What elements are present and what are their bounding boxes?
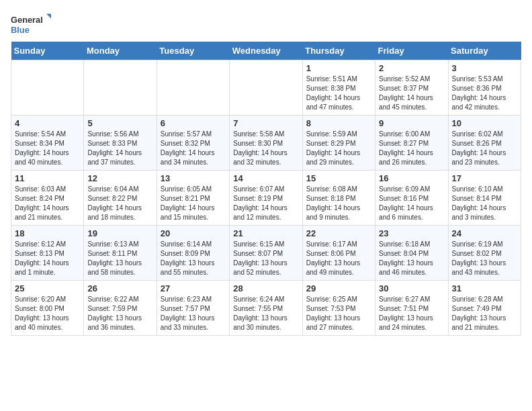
day-number: 23	[379, 228, 444, 238]
day-info: Sunrise: 6:04 AM Sunset: 8:22 PM Dayligh…	[87, 185, 152, 222]
calendar-cell: 3Sunrise: 5:53 AM Sunset: 8:36 PM Daylig…	[448, 60, 521, 116]
day-info: Sunrise: 5:52 AM Sunset: 8:37 PM Dayligh…	[379, 75, 444, 112]
day-info: Sunrise: 6:10 AM Sunset: 8:14 PM Dayligh…	[452, 185, 517, 222]
svg-marker-2	[46, 14, 51, 20]
day-info: Sunrise: 6:00 AM Sunset: 8:27 PM Dayligh…	[379, 130, 444, 167]
calendar-week-1: 1Sunrise: 5:51 AM Sunset: 8:38 PM Daylig…	[11, 60, 521, 116]
calendar-cell	[157, 60, 229, 116]
page-header: General Blue	[11, 11, 521, 38]
day-number: 5	[87, 118, 152, 128]
day-info: Sunrise: 5:56 AM Sunset: 8:33 PM Dayligh…	[87, 130, 152, 167]
svg-text:General: General	[11, 15, 43, 25]
day-info: Sunrise: 5:54 AM Sunset: 8:34 PM Dayligh…	[15, 130, 80, 167]
calendar-cell: 29Sunrise: 6:25 AM Sunset: 7:53 PM Dayli…	[302, 281, 375, 336]
day-info: Sunrise: 6:12 AM Sunset: 8:13 PM Dayligh…	[15, 240, 80, 277]
calendar-table: SundayMondayTuesdayWednesdayThursdayFrid…	[11, 42, 521, 336]
calendar-cell: 17Sunrise: 6:10 AM Sunset: 8:14 PM Dayli…	[448, 171, 521, 226]
calendar-week-3: 11Sunrise: 6:03 AM Sunset: 8:24 PM Dayli…	[11, 171, 521, 226]
calendar-cell: 16Sunrise: 6:09 AM Sunset: 8:16 PM Dayli…	[375, 171, 448, 226]
day-number: 28	[233, 283, 298, 293]
svg-text:Blue: Blue	[11, 25, 30, 35]
calendar-header-row: SundayMondayTuesdayWednesdayThursdayFrid…	[11, 42, 521, 60]
day-info: Sunrise: 6:24 AM Sunset: 7:55 PM Dayligh…	[233, 295, 298, 332]
calendar-cell: 12Sunrise: 6:04 AM Sunset: 8:22 PM Dayli…	[84, 171, 157, 226]
day-info: Sunrise: 6:17 AM Sunset: 8:06 PM Dayligh…	[306, 240, 371, 277]
day-number: 19	[87, 228, 152, 238]
calendar-body: 1Sunrise: 5:51 AM Sunset: 8:38 PM Daylig…	[11, 60, 521, 336]
day-info: Sunrise: 6:25 AM Sunset: 7:53 PM Dayligh…	[306, 295, 371, 332]
calendar-cell: 31Sunrise: 6:28 AM Sunset: 7:49 PM Dayli…	[448, 281, 521, 336]
day-header-monday: Monday	[84, 42, 157, 60]
day-info: Sunrise: 6:20 AM Sunset: 8:00 PM Dayligh…	[15, 295, 80, 332]
day-number: 20	[161, 228, 226, 238]
day-info: Sunrise: 6:14 AM Sunset: 8:09 PM Dayligh…	[161, 240, 226, 277]
calendar-cell: 2Sunrise: 5:52 AM Sunset: 8:37 PM Daylig…	[375, 60, 448, 116]
day-info: Sunrise: 6:09 AM Sunset: 8:16 PM Dayligh…	[379, 185, 444, 222]
logo-svg: General Blue	[11, 11, 51, 38]
day-number: 13	[161, 173, 226, 183]
calendar-cell: 11Sunrise: 6:03 AM Sunset: 8:24 PM Dayli…	[11, 171, 84, 226]
calendar-cell: 9Sunrise: 6:00 AM Sunset: 8:27 PM Daylig…	[375, 116, 448, 171]
day-number: 4	[15, 118, 80, 128]
calendar-cell	[84, 60, 157, 116]
day-info: Sunrise: 6:15 AM Sunset: 8:07 PM Dayligh…	[233, 240, 298, 277]
calendar-week-5: 25Sunrise: 6:20 AM Sunset: 8:00 PM Dayli…	[11, 281, 521, 336]
calendar-cell: 28Sunrise: 6:24 AM Sunset: 7:55 PM Dayli…	[230, 281, 302, 336]
calendar-cell: 19Sunrise: 6:13 AM Sunset: 8:11 PM Dayli…	[84, 226, 157, 281]
day-number: 2	[379, 63, 444, 73]
calendar-week-4: 18Sunrise: 6:12 AM Sunset: 8:13 PM Dayli…	[11, 226, 521, 281]
calendar-cell: 1Sunrise: 5:51 AM Sunset: 8:38 PM Daylig…	[302, 60, 375, 116]
day-info: Sunrise: 6:28 AM Sunset: 7:49 PM Dayligh…	[452, 295, 517, 332]
day-number: 26	[87, 283, 152, 293]
day-number: 29	[306, 283, 371, 293]
calendar-cell: 20Sunrise: 6:14 AM Sunset: 8:09 PM Dayli…	[157, 226, 229, 281]
day-info: Sunrise: 6:03 AM Sunset: 8:24 PM Dayligh…	[15, 185, 80, 222]
day-number: 22	[306, 228, 371, 238]
day-header-wednesday: Wednesday	[230, 42, 302, 60]
day-info: Sunrise: 5:51 AM Sunset: 8:38 PM Dayligh…	[306, 75, 371, 112]
calendar-cell: 13Sunrise: 6:05 AM Sunset: 8:21 PM Dayli…	[157, 171, 229, 226]
calendar-cell: 15Sunrise: 6:08 AM Sunset: 8:18 PM Dayli…	[302, 171, 375, 226]
day-number: 17	[452, 173, 517, 183]
day-number: 12	[87, 173, 152, 183]
calendar-cell: 22Sunrise: 6:17 AM Sunset: 8:06 PM Dayli…	[302, 226, 375, 281]
day-info: Sunrise: 6:23 AM Sunset: 7:57 PM Dayligh…	[161, 295, 226, 332]
calendar-cell	[11, 60, 84, 116]
day-header-sunday: Sunday	[11, 42, 84, 60]
day-info: Sunrise: 6:08 AM Sunset: 8:18 PM Dayligh…	[306, 185, 371, 222]
calendar-cell: 30Sunrise: 6:27 AM Sunset: 7:51 PM Dayli…	[375, 281, 448, 336]
day-number: 16	[379, 173, 444, 183]
day-number: 11	[15, 173, 80, 183]
calendar-cell: 21Sunrise: 6:15 AM Sunset: 8:07 PM Dayli…	[230, 226, 302, 281]
day-number: 21	[233, 228, 298, 238]
day-number: 18	[15, 228, 80, 238]
day-header-thursday: Thursday	[302, 42, 375, 60]
day-info: Sunrise: 5:57 AM Sunset: 8:32 PM Dayligh…	[161, 130, 226, 167]
calendar-cell: 27Sunrise: 6:23 AM Sunset: 7:57 PM Dayli…	[157, 281, 229, 336]
calendar-cell: 26Sunrise: 6:22 AM Sunset: 7:59 PM Dayli…	[84, 281, 157, 336]
day-info: Sunrise: 6:02 AM Sunset: 8:26 PM Dayligh…	[452, 130, 517, 167]
day-number: 25	[15, 283, 80, 293]
day-number: 31	[452, 283, 517, 293]
day-info: Sunrise: 6:05 AM Sunset: 8:21 PM Dayligh…	[161, 185, 226, 222]
calendar-cell: 4Sunrise: 5:54 AM Sunset: 8:34 PM Daylig…	[11, 116, 84, 171]
day-number: 24	[452, 228, 517, 238]
day-info: Sunrise: 6:13 AM Sunset: 8:11 PM Dayligh…	[87, 240, 152, 277]
day-number: 14	[233, 173, 298, 183]
day-header-saturday: Saturday	[448, 42, 521, 60]
day-info: Sunrise: 6:18 AM Sunset: 8:04 PM Dayligh…	[379, 240, 444, 277]
calendar-cell: 24Sunrise: 6:19 AM Sunset: 8:02 PM Dayli…	[448, 226, 521, 281]
day-number: 3	[452, 63, 517, 73]
day-number: 15	[306, 173, 371, 183]
calendar-cell: 23Sunrise: 6:18 AM Sunset: 8:04 PM Dayli…	[375, 226, 448, 281]
calendar-cell: 10Sunrise: 6:02 AM Sunset: 8:26 PM Dayli…	[448, 116, 521, 171]
calendar-cell: 7Sunrise: 5:58 AM Sunset: 8:30 PM Daylig…	[230, 116, 302, 171]
day-number: 9	[379, 118, 444, 128]
day-info: Sunrise: 6:27 AM Sunset: 7:51 PM Dayligh…	[379, 295, 444, 332]
logo: General Blue	[11, 11, 51, 38]
day-number: 8	[306, 118, 371, 128]
calendar-cell	[230, 60, 302, 116]
calendar-cell: 5Sunrise: 5:56 AM Sunset: 8:33 PM Daylig…	[84, 116, 157, 171]
calendar-cell: 6Sunrise: 5:57 AM Sunset: 8:32 PM Daylig…	[157, 116, 229, 171]
day-header-friday: Friday	[375, 42, 448, 60]
